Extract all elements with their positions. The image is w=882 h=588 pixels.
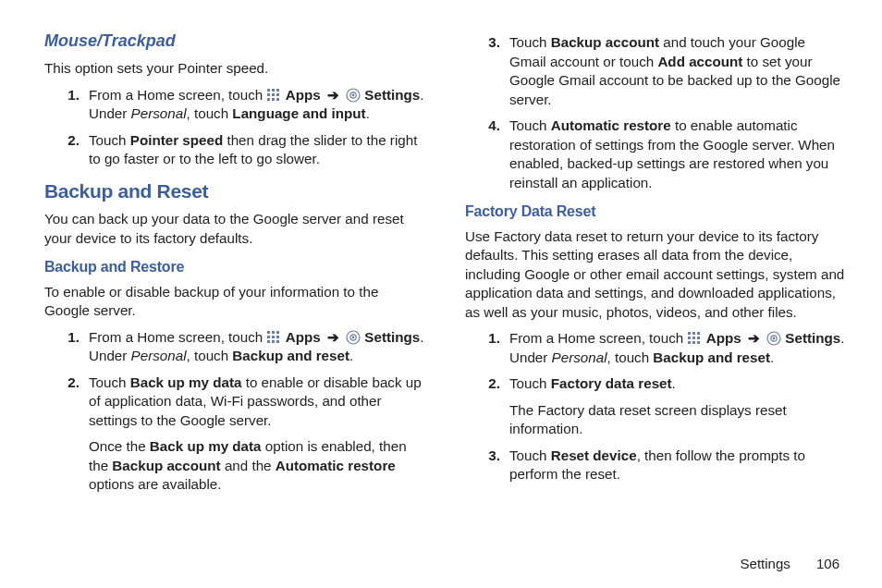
text: , touch [607,349,654,365]
arrow-icon: ➔ [327,328,339,348]
footer-page-number: 106 [816,555,839,573]
menu-item: Reset device [551,447,637,463]
settings-gear-icon [346,88,361,103]
steps-backup-restore-cont: 3. Touch Backup account and touch your G… [465,33,845,192]
svg-rect-13 [272,331,275,334]
step-body: Touch Backup account and touch your Goog… [509,33,845,109]
svg-point-23 [352,336,355,338]
menu-item: Backup account [112,458,220,473]
step: 1. From a Home screen, touch Apps ➔ Sett… [465,329,845,367]
svg-rect-16 [272,336,275,338]
text: From a Home screen, touch [89,329,266,345]
text: Touch [89,132,130,148]
text: From a Home screen, touch [89,87,266,103]
step-continuation: The Factory data reset screen displays r… [509,401,845,439]
step: 2. Touch Back up my data to enable or di… [44,374,424,495]
text: , touch [187,105,233,121]
page-content: Mouse/Trackpad This option sets your Poi… [0,0,882,555]
intro-backup-restore: To enable or disable backup of your info… [44,283,424,321]
intro-mouse-trackpad: This option sets your Pointer speed. [44,59,424,79]
step: 2. Touch Factory data reset. The Factory… [465,374,845,439]
column-left: Mouse/Trackpad This option sets your Poi… [44,30,424,538]
menu-item: Backup and reset [232,348,349,363]
step-body: Touch Reset device, then follow the prom… [509,447,845,484]
arrow-icon: ➔ [748,329,760,349]
steps-factory-data-reset: 1. From a Home screen, touch Apps ➔ Sett… [465,329,845,484]
step: 3. Touch Reset device, then follow the p… [465,447,845,484]
steps-mouse-trackpad: 1. From a Home screen, touch Apps ➔ Sett… [44,86,424,169]
step-continuation: Once the Back up my data option is enabl… [89,437,424,495]
svg-rect-28 [692,337,695,339]
step-number: 2. [465,374,509,439]
apps-grid-icon [266,88,281,103]
heading-backup-restore: Backup and Restore [44,257,424,277]
personal-category: Personal [552,349,607,365]
menu-item: Automatic restore [276,458,396,473]
menu-item: Automatic restore [551,117,671,133]
svg-rect-15 [267,336,270,338]
menu-item: Backup and reset [653,349,770,365]
step: 4. Touch Automatic restore to enable aut… [465,116,845,192]
svg-rect-12 [267,331,270,334]
svg-rect-18 [267,340,270,343]
settings-label: Settings [364,329,420,345]
step-number: 1. [44,86,89,124]
step-number: 1. [44,328,89,366]
step-body: Touch Automatic restore to enable automa… [509,116,845,192]
step-body: From a Home screen, touch Apps ➔ Setting… [89,86,424,124]
intro-factory-data-reset: Use Factory data reset to return your de… [465,227,845,323]
svg-rect-1 [272,89,275,92]
svg-rect-24 [688,332,691,335]
settings-label: Settings [785,330,840,346]
apps-label: Apps [286,329,321,345]
settings-gear-icon [766,331,781,346]
svg-rect-2 [276,89,279,92]
heading-mouse-trackpad: Mouse/Trackpad [44,30,424,52]
apps-label: Apps [286,87,321,103]
menu-item: Language and input [232,105,365,121]
menu-item: Backup account [551,34,659,50]
svg-rect-7 [272,98,275,101]
step-body: Touch Pointer speed then drag the slider… [89,131,424,169]
svg-rect-8 [276,98,279,101]
column-right: 3. Touch Backup account and touch your G… [465,30,845,538]
svg-point-11 [352,93,355,96]
personal-category: Personal [131,348,187,363]
step-number: 3. [465,447,509,484]
menu-item: Factory data reset [551,375,672,391]
menu-item: Add account [657,54,742,69]
menu-item: Back up my data [150,438,262,454]
menu-item: Back up my data [130,374,242,390]
step: 3. Touch Backup account and touch your G… [465,33,845,109]
text: Once the [89,438,150,454]
svg-rect-19 [272,340,275,343]
svg-rect-17 [276,336,279,338]
svg-rect-3 [267,93,270,96]
svg-rect-20 [276,340,279,343]
svg-rect-4 [272,93,275,96]
svg-rect-25 [692,332,695,335]
step-body: From a Home screen, touch Apps ➔ Setting… [89,328,424,366]
text: and the [221,458,276,473]
svg-rect-29 [697,337,700,339]
svg-rect-0 [267,89,270,92]
step-number: 2. [44,374,89,495]
svg-rect-6 [267,98,270,101]
text: options are available. [89,476,222,492]
settings-gear-icon [346,330,361,345]
svg-rect-14 [276,331,279,334]
svg-rect-26 [697,332,700,335]
text: , touch [187,348,233,363]
page-footer: Settings 106 [0,555,882,573]
step: 1. From a Home screen, touch Apps ➔ Sett… [44,328,424,366]
text: Touch [509,447,551,463]
intro-backup-reset: You can back up your data to the Google … [44,210,424,248]
text: Touch [509,34,551,50]
heading-backup-reset: Backup and Reset [44,178,424,204]
svg-rect-32 [697,341,700,344]
text: . [349,348,353,363]
heading-factory-data-reset: Factory Data Reset [465,202,845,222]
svg-rect-27 [688,337,691,339]
step-number: 2. [44,131,89,169]
apps-grid-icon [266,330,281,345]
